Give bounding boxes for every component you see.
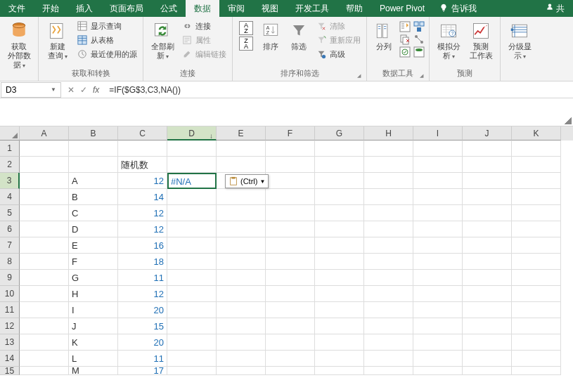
cell[interactable]: L	[69, 351, 118, 367]
cell[interactable]: B	[69, 189, 118, 205]
active-cell[interactable]: #N/A	[167, 173, 217, 189]
row-header[interactable]: 14	[0, 351, 20, 367]
cell[interactable]	[413, 286, 463, 302]
cell[interactable]	[413, 189, 463, 205]
cell[interactable]	[512, 367, 561, 375]
flash-fill-icon[interactable]	[399, 21, 411, 32]
cell[interactable]	[315, 189, 364, 205]
tell-me-search[interactable]: 告诉我	[433, 3, 482, 15]
cell[interactable]	[413, 302, 463, 318]
cell[interactable]	[512, 334, 561, 351]
tab-layout[interactable]: 页面布局	[101, 0, 152, 17]
cell[interactable]	[364, 270, 413, 286]
cell[interactable]	[20, 286, 69, 302]
cell[interactable]	[315, 367, 364, 375]
formula-input[interactable]: =IF($G$3,C3,NA())	[105, 85, 573, 95]
cell[interactable]	[512, 351, 561, 367]
cell[interactable]	[463, 318, 512, 334]
cell[interactable]	[364, 334, 413, 351]
row-header[interactable]: 11	[0, 302, 20, 318]
cell[interactable]	[217, 334, 266, 351]
cell[interactable]: 20	[118, 302, 167, 318]
row-header[interactable]: 1	[0, 141, 20, 157]
cell[interactable]	[20, 270, 69, 286]
cell[interactable]	[463, 205, 512, 221]
cell[interactable]	[413, 173, 463, 189]
cell[interactable]: 随机数	[118, 157, 167, 173]
tab-view[interactable]: 视图	[253, 0, 287, 17]
tab-home[interactable]: 开始	[34, 0, 67, 17]
cell[interactable]: M	[69, 367, 118, 375]
cell[interactable]	[463, 367, 512, 375]
cell[interactable]	[413, 157, 463, 173]
advanced-button[interactable]: 高级	[314, 48, 362, 60]
formula-bar-expand[interactable]	[0, 98, 573, 126]
cell[interactable]	[463, 221, 512, 237]
tab-insert[interactable]: 插入	[67, 0, 101, 17]
cell[interactable]	[167, 318, 217, 334]
outline-button[interactable]: 分级显示	[505, 18, 534, 61]
text-to-columns-button[interactable]: 分列	[371, 18, 397, 51]
cell[interactable]: J	[69, 318, 118, 334]
cell[interactable]: 12	[118, 221, 167, 237]
cell[interactable]	[512, 189, 561, 205]
cell[interactable]	[315, 318, 364, 334]
cell[interactable]	[167, 286, 217, 302]
cell[interactable]	[217, 270, 266, 286]
cell[interactable]	[315, 173, 364, 189]
paste-options-tip[interactable]: (Ctrl) ▼	[225, 174, 269, 188]
cell[interactable]	[69, 141, 118, 157]
cell[interactable]: 12	[118, 286, 167, 302]
cell[interactable]	[20, 189, 69, 205]
tab-powerpivot[interactable]: Power Pivot	[371, 0, 433, 17]
cell[interactable]: 12	[118, 205, 167, 221]
cell[interactable]	[315, 302, 364, 318]
column-header-G[interactable]: G	[315, 126, 364, 141]
cell[interactable]	[167, 334, 217, 351]
cell[interactable]	[512, 173, 561, 189]
cell[interactable]	[463, 173, 512, 189]
forecast-sheet-button[interactable]: 预测 工作表	[466, 18, 496, 60]
cell[interactable]	[217, 367, 266, 375]
cell[interactable]	[364, 173, 413, 189]
whatif-button[interactable]: ? 模拟分析	[434, 18, 463, 61]
cell[interactable]	[463, 286, 512, 302]
row-header[interactable]: 3	[0, 173, 20, 189]
cell[interactable]: H	[69, 286, 118, 302]
sort-button[interactable]: AZ 排序	[258, 18, 283, 51]
show-queries-button[interactable]: 显示查询	[75, 20, 139, 32]
cell[interactable]: 17	[118, 367, 167, 375]
cell[interactable]	[69, 157, 118, 173]
cell[interactable]	[512, 286, 561, 302]
cell[interactable]	[413, 351, 463, 367]
cell[interactable]	[20, 302, 69, 318]
row-header[interactable]: 5	[0, 205, 20, 221]
cell[interactable]	[463, 141, 512, 157]
cell[interactable]	[217, 318, 266, 334]
cell[interactable]: 11	[118, 270, 167, 286]
cell[interactable]	[413, 237, 463, 254]
edit-links-button[interactable]: 编辑链接	[180, 48, 228, 60]
row-header[interactable]: 15	[0, 367, 20, 375]
get-external-data-button[interactable]: 获取 外部数据	[4, 18, 34, 70]
cell[interactable]: E	[69, 237, 118, 254]
row-header[interactable]: 2	[0, 157, 20, 173]
cell[interactable]	[167, 189, 217, 205]
cell[interactable]	[512, 141, 561, 157]
column-header-A[interactable]: A	[20, 126, 69, 141]
column-header-F[interactable]: F	[266, 126, 315, 141]
cell[interactable]	[315, 221, 364, 237]
cancel-icon[interactable]: ✕	[67, 85, 75, 95]
cell[interactable]	[413, 334, 463, 351]
cell[interactable]	[266, 318, 315, 334]
cell[interactable]	[20, 173, 69, 189]
cell[interactable]	[217, 189, 266, 205]
tab-help[interactable]: 帮助	[337, 0, 371, 17]
remove-dup-icon[interactable]	[399, 34, 411, 45]
cell[interactable]	[463, 254, 512, 270]
cell[interactable]	[217, 205, 266, 221]
cell[interactable]: K	[69, 334, 118, 351]
cell[interactable]	[512, 237, 561, 254]
cell[interactable]	[315, 351, 364, 367]
cell[interactable]	[266, 302, 315, 318]
